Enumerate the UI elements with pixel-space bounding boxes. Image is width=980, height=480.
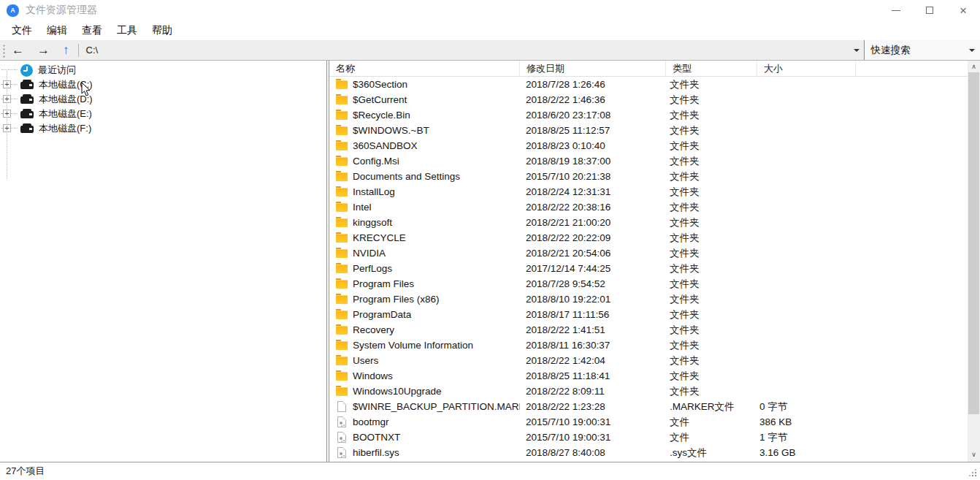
file-date: 2018/2/22 1:23:28 (520, 401, 666, 412)
file-row[interactable]: NVIDIA2018/2/21 20:54:06文件夹 (329, 245, 968, 261)
menu-item-文件[interactable]: 文件 (4, 24, 39, 37)
file-name-cell: bootmgr (329, 416, 520, 427)
file-name: PerfLogs (353, 263, 392, 274)
file-type: .MARKER文件 (666, 400, 757, 414)
file-name-cell: $WINDOWS.~BT (329, 125, 520, 136)
file-row[interactable]: Config.Msi2018/8/19 18:37:00文件夹 (329, 153, 968, 169)
search-dropdown-icon[interactable] (969, 49, 975, 52)
folder-icon (336, 311, 348, 319)
file-row[interactable]: ProgramData2018/8/17 11:11:56文件夹 (329, 307, 968, 322)
expander-plus-icon[interactable]: + (3, 110, 11, 118)
file-row[interactable]: $WINDOWS.~BT2018/8/25 11:12:57文件夹 (329, 123, 968, 138)
file-row[interactable]: KRECYCLE2018/2/22 20:22:09文件夹 (329, 230, 968, 245)
file-type: 文件夹 (666, 140, 757, 153)
file-name-cell: ProgramData (329, 309, 520, 320)
file-row[interactable]: Users2018/2/22 1:42:04文件夹 (329, 353, 968, 368)
file-row[interactable]: $Recycle.Bin2018/6/20 23:17:08文件夹 (329, 107, 968, 123)
resize-grip[interactable] (975, 475, 976, 476)
file-row[interactable]: 360SANDBOX2018/8/23 0:10:40文件夹 (329, 138, 968, 153)
column-header-修改日期[interactable]: 修改日期 (520, 61, 666, 76)
folder-icon (336, 126, 348, 135)
file-row[interactable]: Program Files2018/7/28 9:54:52文件夹 (329, 276, 968, 292)
search-input[interactable]: 快速搜索 (865, 40, 980, 60)
tree-item-本地磁盘(F:)[interactable]: +本地磁盘(F:) (0, 121, 326, 136)
file-row[interactable]: kinggsoft2018/2/21 21:00:20文件夹 (329, 215, 968, 230)
scrollbar-thumb[interactable] (968, 72, 979, 414)
menu-item-查看[interactable]: 查看 (74, 24, 110, 37)
address-dropdown-icon[interactable] (854, 49, 860, 52)
file-icon (337, 401, 346, 412)
tree-item-本地磁盘(D:)[interactable]: +本地磁盘(D:) (0, 92, 326, 107)
file-row[interactable]: Windows10Upgrade2018/2/22 8:09:11文件夹 (329, 384, 968, 399)
column-header-大小[interactable]: 大小 (757, 61, 856, 76)
file-row[interactable]: PerfLogs2017/12/14 7:44:25文件夹 (329, 261, 968, 276)
file-name: NVIDIA (353, 248, 386, 259)
file-row[interactable]: Program Files (x86)2018/8/10 19:22:01文件夹 (329, 292, 968, 307)
tree-item-本地磁盘(C:)[interactable]: +本地磁盘(C:) (0, 77, 326, 92)
file-name-cell: PerfLogs (329, 263, 520, 274)
file-date: 2018/7/28 1:26:46 (520, 79, 666, 90)
folder-icon (336, 96, 348, 104)
file-type: 文件夹 (666, 201, 757, 214)
scroll-up-icon[interactable]: ∧ (968, 61, 980, 72)
file-date: 2018/8/19 18:37:00 (520, 156, 666, 167)
file-row[interactable]: $GetCurrent2018/2/22 1:46:36文件夹 (329, 92, 968, 107)
tree-item-本地磁盘(E:)[interactable]: +本地磁盘(E:) (0, 107, 326, 121)
file-name: Recovery (353, 324, 394, 335)
column-header-类型[interactable]: 类型 (666, 61, 757, 76)
file-row[interactable]: BOOTNXT2015/7/10 19:00:31文件1 字节 (329, 430, 968, 445)
file-type: 文件夹 (666, 186, 757, 199)
file-row[interactable]: $360Section2018/7/28 1:26:46文件夹 (329, 77, 968, 92)
file-row[interactable]: bootmgr2015/7/10 19:00:31文件386 KB (329, 414, 968, 430)
file-type: 文件夹 (666, 385, 757, 398)
file-type: 文件夹 (666, 94, 757, 107)
vertical-scrollbar[interactable]: ∧ ∨ (968, 61, 980, 462)
file-name-cell: $360Section (329, 79, 520, 90)
up-button[interactable]: ↑ (56, 41, 76, 59)
file-row[interactable]: Documents and Settings2015/7/10 20:21:38… (329, 169, 968, 184)
file-row[interactable]: Intel2018/2/22 20:38:16文件夹 (329, 199, 968, 215)
expander-plus-icon[interactable]: + (3, 124, 11, 132)
menu-item-帮助[interactable]: 帮助 (145, 24, 180, 37)
file-name-cell: KRECYCLE (329, 232, 520, 243)
file-name: $GetCurrent (353, 94, 407, 105)
back-button[interactable]: ← (5, 41, 31, 59)
file-type: 文件夹 (666, 247, 757, 260)
column-header-名称[interactable]: 名称 (329, 61, 520, 76)
file-row[interactable]: Windows2018/8/25 11:18:41文件夹 (329, 368, 968, 384)
forward-button[interactable]: → (31, 41, 56, 59)
file-name-cell: kinggsoft (329, 217, 520, 228)
file-name-cell: Program Files (329, 278, 520, 289)
file-list-pane: 名称修改日期类型大小 $360Section2018/7/28 1:26:46文… (329, 61, 980, 462)
menu-item-工具[interactable]: 工具 (110, 24, 145, 37)
file-date: 2018/8/27 8:40:08 (520, 447, 666, 458)
file-type: 文件夹 (666, 324, 757, 337)
expander-plus-icon[interactable]: + (3, 80, 11, 88)
file-row[interactable]: $WINRE_BACKUP_PARTITION.MARKER2018/2/22 … (329, 399, 968, 414)
folder-icon (336, 157, 348, 166)
file-name-cell: Recovery (329, 324, 520, 335)
address-bar[interactable]: C:\ (81, 40, 849, 60)
folder-icon (336, 357, 348, 365)
menu-item-编辑[interactable]: 编辑 (39, 24, 74, 37)
file-row[interactable]: System Volume Information2018/8/11 16:30… (329, 338, 968, 353)
expander-plus-icon[interactable]: + (3, 95, 11, 103)
file-type: 文件夹 (666, 370, 757, 383)
close-button[interactable]: × (946, 0, 980, 20)
tree-item-最近访问[interactable]: 最近访问 (0, 63, 326, 77)
folder-icon (336, 341, 348, 350)
scroll-down-icon[interactable]: ∨ (968, 449, 980, 460)
file-date: 2018/8/25 11:18:41 (520, 370, 666, 381)
file-row[interactable]: hiberfil.sys2018/8/27 8:40:08.sys文件3.16 … (329, 445, 968, 460)
file-row[interactable]: InstallLog2018/2/24 12:31:31文件夹 (329, 184, 968, 199)
file-date: 2017/12/14 7:44:25 (520, 263, 666, 274)
minimize-button[interactable] (879, 0, 913, 20)
maximize-button[interactable] (913, 0, 946, 20)
file-type: 文件夹 (666, 124, 757, 137)
main-area: 最近访问+本地磁盘(C:)+本地磁盘(D:)+本地磁盘(E:)+本地磁盘(F:)… (0, 60, 980, 462)
file-date: 2018/2/21 20:54:06 (520, 248, 666, 259)
folder-icon (336, 387, 348, 396)
file-row[interactable]: Recovery2018/2/22 1:41:51文件夹 (329, 322, 968, 338)
file-name-cell: System Volume Information (329, 340, 520, 351)
file-name-cell: Program Files (x86) (329, 294, 520, 305)
